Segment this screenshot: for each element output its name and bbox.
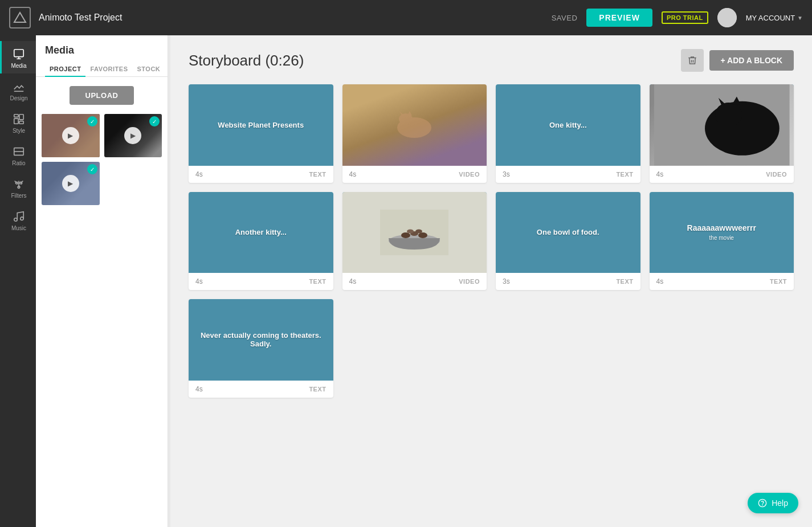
block-type-4: VIDEO: [766, 171, 787, 178]
main-content: Storyboard (0:26) + ADD A BLOCK Websi: [170, 35, 812, 527]
block-type-7: TEXT: [616, 278, 633, 285]
svg-rect-4: [14, 119, 18, 124]
media-thumb-3[interactable]: ▶ ✓: [42, 162, 100, 205]
media-tabs: PROJECT FAVORITES STOCK: [36, 56, 168, 77]
block-card-2[interactable]: 4s VIDEO: [342, 84, 487, 183]
svg-point-9: [16, 182, 18, 184]
project-title: Animoto Test Project: [39, 13, 552, 23]
block-type-8: TEXT: [770, 278, 787, 285]
block-preview-8: Raaaaaawwweerrrthe movie: [650, 192, 794, 273]
tab-stock[interactable]: STOCK: [133, 62, 165, 77]
block-card-5[interactable]: Another kitty... 4s TEXT: [189, 192, 333, 291]
header-right: SAVED PREVIEW PRO TRIAL MY ACCOUNT ▼: [552, 8, 803, 27]
block-type-9: TEXT: [309, 386, 326, 393]
block-card-6[interactable]: 4s VIDEO: [342, 192, 487, 291]
block-card-3[interactable]: One kitty... 3s TEXT: [496, 84, 640, 183]
svg-point-28: [407, 229, 414, 233]
block-type-3: TEXT: [616, 171, 633, 178]
svg-rect-1: [14, 50, 24, 57]
sidebar-item-design[interactable]: Design: [0, 73, 36, 106]
block-duration-3: 3s: [503, 170, 510, 178]
icon-sidebar: Media Design Style Rati: [0, 35, 36, 527]
block-footer-9: 4s TEXT: [189, 381, 333, 398]
add-block-button[interactable]: + ADD A BLOCK: [709, 50, 794, 71]
block-card-7[interactable]: One bowl of food. 3s TEXT: [496, 192, 640, 291]
sidebar-item-media[interactable]: Media: [0, 41, 36, 73]
chevron-down-icon: ▼: [797, 15, 803, 21]
avatar[interactable]: [717, 8, 737, 27]
block-footer-6: 4s VIDEO: [342, 273, 487, 290]
preview-button[interactable]: PREVIEW: [586, 9, 652, 27]
svg-point-27: [418, 232, 427, 238]
block-duration-7: 3s: [503, 277, 510, 285]
tab-project[interactable]: PROJECT: [45, 62, 85, 77]
cat-silhouette-1: [391, 108, 437, 142]
upload-button[interactable]: UPLOAD: [70, 86, 134, 105]
block-preview-5: Another kitty...: [189, 192, 333, 273]
sidebar-item-music[interactable]: Music: [0, 203, 36, 236]
app-body: Media Design Style Rati: [0, 35, 812, 527]
svg-point-20: [715, 103, 742, 127]
block-card-4[interactable]: 4s VIDEO: [650, 84, 794, 183]
play-icon-3: ▶: [62, 175, 79, 192]
trash-button[interactable]: [681, 49, 704, 72]
block-footer-7: 3s TEXT: [496, 273, 640, 290]
media-panel-title: Media: [36, 35, 168, 56]
pro-trial-badge[interactable]: PRO TRIAL: [662, 11, 708, 24]
help-icon: [758, 499, 767, 508]
storyboard-row-3: Never actually coming to theaters. Sadly…: [189, 299, 794, 398]
block-card-1[interactable]: Website Planet Presents 4s TEXT: [189, 84, 333, 183]
block-duration-6: 4s: [349, 277, 357, 285]
block-duration-4: 4s: [656, 170, 664, 178]
saved-status: SAVED: [552, 14, 578, 22]
media-panel: Media PROJECT FAVORITES STOCK UPLOAD ▶ ✓…: [36, 35, 168, 527]
svg-point-10: [20, 182, 22, 184]
block-type-6: VIDEO: [459, 278, 480, 285]
svg-point-13: [21, 217, 24, 220]
block-duration-2: 4s: [349, 170, 357, 178]
media-thumb-2[interactable]: ▶ ✓: [104, 114, 162, 157]
sidebar-item-ratio[interactable]: Ratio: [0, 138, 36, 171]
sidebar-item-music-label: Music: [11, 225, 26, 231]
sidebar-item-ratio-label: Ratio: [12, 160, 25, 166]
check-icon-1: ✓: [87, 116, 97, 126]
block-duration-5: 4s: [195, 277, 203, 285]
sidebar-item-filters[interactable]: Filters: [0, 171, 36, 203]
main-header: Storyboard (0:26) + ADD A BLOCK: [189, 49, 794, 72]
storyboard-row-2: Another kitty... 4s TEXT: [189, 192, 794, 291]
play-icon-2: ▶: [124, 127, 141, 144]
block-footer-4: 4s VIDEO: [650, 166, 794, 183]
sidebar-item-style[interactable]: Style: [0, 106, 36, 138]
block-preview-4: [650, 84, 794, 166]
svg-point-29: [415, 229, 422, 233]
block-preview-2: [342, 84, 487, 166]
check-icon-3: ✓: [87, 164, 97, 174]
block-preview-6: [342, 192, 487, 273]
block-duration-9: 4s: [195, 385, 203, 393]
storyboard-row-1: Website Planet Presents 4s TEXT: [189, 84, 794, 183]
svg-point-25: [401, 232, 410, 238]
svg-rect-3: [14, 115, 18, 117]
trash-icon: [687, 55, 697, 66]
block-preview-9: Never actually coming to theaters. Sadly…: [189, 299, 333, 381]
block-footer-5: 4s TEXT: [189, 273, 333, 290]
logo[interactable]: [9, 7, 31, 28]
block-text-9: Never actually coming to theaters. Sadly…: [189, 326, 333, 353]
storyboard-title: Storyboard (0:26): [189, 52, 304, 70]
account-menu[interactable]: MY ACCOUNT ▼: [746, 14, 803, 22]
block-footer-3: 3s TEXT: [496, 166, 640, 183]
help-label: Help: [772, 499, 788, 508]
help-button[interactable]: Help: [748, 493, 798, 513]
block-text-7: One bowl of food.: [532, 223, 604, 241]
svg-point-31: [762, 505, 763, 505]
media-thumb-1[interactable]: ▶ ✓: [42, 114, 100, 157]
tab-favorites[interactable]: FAVORITES: [85, 62, 132, 77]
block-footer-2: 4s VIDEO: [342, 166, 487, 183]
block-type-1: TEXT: [309, 171, 326, 178]
media-thumbnail-grid: ▶ ✓ ▶ ✓ ▶ ✓: [36, 114, 168, 205]
block-card-8[interactable]: Raaaaaawwweerrrthe movie 4s TEXT: [650, 192, 794, 291]
block-card-9[interactable]: Never actually coming to theaters. Sadly…: [189, 299, 333, 398]
play-icon-1: ▶: [62, 127, 79, 144]
svg-rect-5: [19, 115, 23, 120]
block-footer-8: 4s TEXT: [650, 273, 794, 290]
